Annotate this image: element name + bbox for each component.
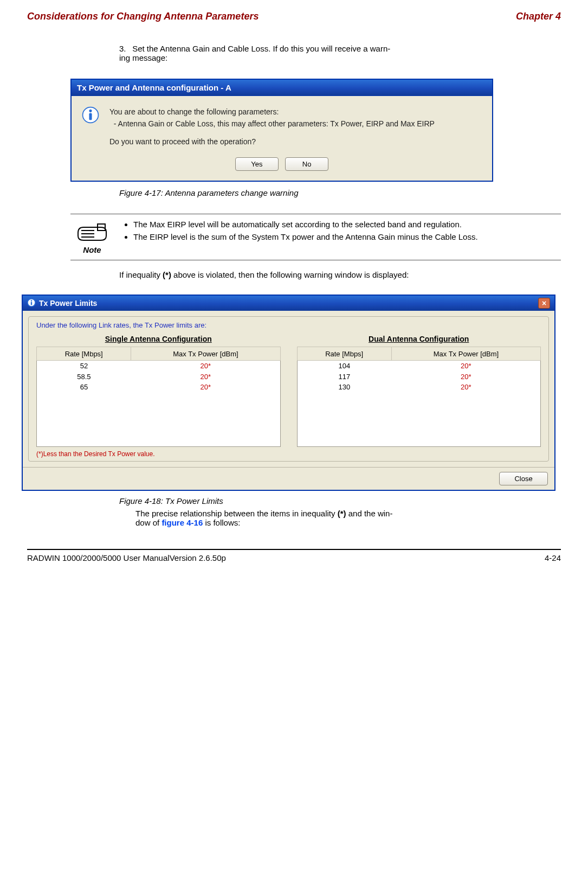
linkrates-text: Under the following Link rates, the Tx P… xyxy=(36,321,541,329)
yes-button[interactable]: Yes xyxy=(235,157,279,171)
pointing-hand-icon xyxy=(76,235,108,244)
svg-rect-8 xyxy=(31,302,32,305)
page-header: Considerations for Changing Antenna Para… xyxy=(27,11,561,22)
dlg1-line3: Do you want to proceed with the operatio… xyxy=(109,136,482,148)
table-row: 10420* xyxy=(297,360,541,371)
svg-point-7 xyxy=(31,300,33,302)
dual-config-block: Dual Antenna Configuration Rate [Mbps]Ma… xyxy=(297,335,541,447)
antenna-warning-dialog: Tx Power and Antenna configuration - A Y… xyxy=(70,79,493,182)
dialog2-title: Tx Power Limits xyxy=(39,299,97,308)
table-row: 58.520* xyxy=(37,372,281,382)
single-config-table: Rate [Mbps]Max Tx Power [dBm] 5220* 58.5… xyxy=(36,347,281,447)
manual-name: RADWIN 1000/2000/5000 User ManualVersion… xyxy=(27,553,226,562)
precise-relationship: The precise relationship between the ite… xyxy=(135,509,561,527)
table-row: 5220* xyxy=(37,360,281,371)
dual-config-table: Rate [Mbps]Max Tx Power [dBm] 10420* 117… xyxy=(297,347,541,447)
dlg1-line2: - Antenna Gain or Cable Loss, this may a… xyxy=(109,118,482,130)
note-block: Note The Max EIRP level will be automati… xyxy=(70,214,561,260)
page-footer: RADWIN 1000/2000/5000 User ManualVersion… xyxy=(27,549,561,562)
page-number: 4-24 xyxy=(545,553,561,562)
dual-config-title: Dual Antenna Configuration xyxy=(297,335,541,343)
step-3: 3. Set the Antenna Gain and Cable Loss. … xyxy=(119,44,561,62)
less-than-note: (*)Less than the Desired Tx Power value. xyxy=(36,450,541,458)
col-max: Max Tx Power [dBm] xyxy=(391,347,540,361)
precise-post: is follows: xyxy=(203,518,240,527)
inequality-paragraph: If inequality (*) above is violated, the… xyxy=(119,270,561,279)
info-icon xyxy=(27,298,36,309)
dialog-titlebar: Tx Power and Antenna configuration - A xyxy=(72,80,492,96)
svg-point-1 xyxy=(89,110,92,112)
dialog-title: Tx Power and Antenna configuration - A xyxy=(77,83,231,92)
note-body: The Max EIRP level will be automatically… xyxy=(124,220,478,245)
figure-4-18-caption: Figure 4-18: Tx Power Limits xyxy=(119,496,561,506)
col-rate: Rate [Mbps] xyxy=(37,347,131,361)
step-body: Set the Antenna Gain and Cable Loss. If … xyxy=(119,44,390,62)
dlg1-line1: You are about to change the following pa… xyxy=(109,106,482,118)
section-title: Considerations for Changing Antenna Para… xyxy=(27,11,259,22)
step-number: 3. xyxy=(119,44,130,53)
precise-pre: The precise relationship between the ite… xyxy=(135,509,338,518)
table-row: 6520* xyxy=(37,382,281,393)
single-config-block: Single Antenna Configuration Rate [Mbps]… xyxy=(36,335,281,447)
close-button[interactable]: Close xyxy=(499,472,548,485)
ineq-bold: (*) xyxy=(163,270,171,279)
ineq-post: above is violated, then the following wa… xyxy=(171,270,409,279)
note-bullet-1: The Max EIRP level will be automatically… xyxy=(133,220,478,229)
single-config-title: Single Antenna Configuration xyxy=(36,335,281,343)
table-row: 11720* xyxy=(297,372,541,382)
no-button[interactable]: No xyxy=(285,157,328,171)
note-bullet-2: The EIRP level is the sum of the System … xyxy=(133,232,478,241)
svg-rect-2 xyxy=(89,113,92,120)
note-label: Note xyxy=(70,245,114,254)
col-rate: Rate [Mbps] xyxy=(297,347,391,361)
table-row: 13020* xyxy=(297,382,541,393)
chapter-label: Chapter 4 xyxy=(516,11,561,22)
info-icon xyxy=(81,106,100,126)
tx-power-limits-dialog: Tx Power Limits × Under the following Li… xyxy=(22,295,555,491)
dialog2-titlebar: Tx Power Limits × xyxy=(23,296,554,311)
close-icon[interactable]: × xyxy=(538,298,550,309)
precise-bold: (*) xyxy=(338,509,346,518)
ineq-pre: If inequality xyxy=(119,270,163,279)
figure-4-17-caption: Figure 4-17: Antenna parameters change w… xyxy=(119,188,561,197)
figure-4-16-link[interactable]: figure 4-16 xyxy=(161,518,203,527)
col-max: Max Tx Power [dBm] xyxy=(131,347,280,361)
